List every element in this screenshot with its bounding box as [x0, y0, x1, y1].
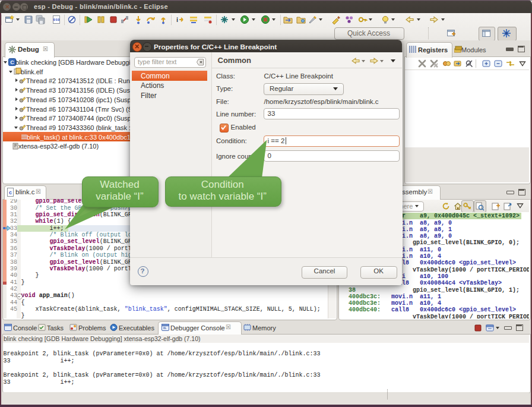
svg-text:i: i: [176, 16, 178, 23]
svg-text:010: 010: [53, 18, 60, 22]
svg-text:C: C: [10, 59, 14, 65]
svg-text:c: c: [9, 190, 12, 195]
